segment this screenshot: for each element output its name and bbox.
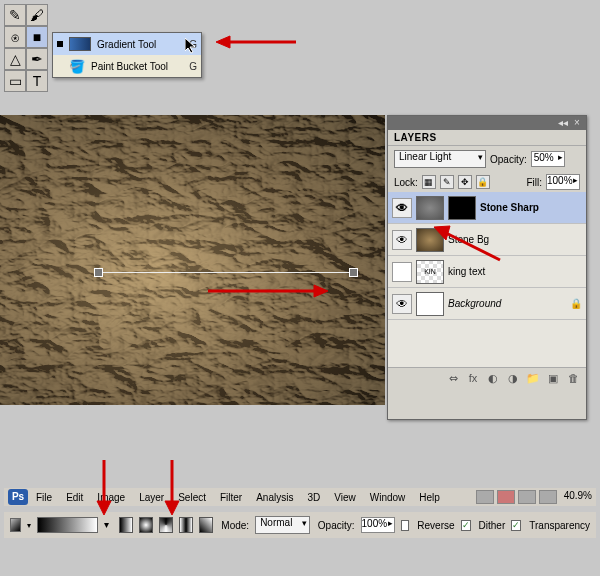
svg-marker-5 (314, 285, 328, 297)
brush-tool[interactable]: 🖌 (26, 4, 48, 26)
gradient-start-handle[interactable] (94, 268, 103, 277)
path-tool[interactable]: △ (4, 48, 26, 70)
lock-icon: 🔒 (570, 298, 582, 309)
menu-view[interactable]: View (328, 490, 362, 505)
svg-marker-9 (97, 501, 111, 515)
annotation-arrow (92, 460, 116, 515)
layer-row-background[interactable]: 👁 Background 🔒 (388, 288, 586, 320)
reflected-gradient-icon[interactable] (179, 517, 193, 533)
svg-marker-2 (216, 36, 230, 48)
layer-list: 👁 Stone Sharp 👁 Stone Bg KIN king text 👁… (388, 192, 586, 367)
visibility-icon[interactable]: 👁 (392, 198, 412, 218)
blend-mode-select[interactable]: Linear Light (394, 150, 486, 168)
bucket-icon: 🪣 (69, 59, 85, 74)
opacity-label: Opacity: (490, 154, 527, 165)
transparency-checkbox[interactable]: ✓ (511, 520, 521, 531)
document-canvas[interactable] (0, 115, 385, 405)
lock-pixels-icon[interactable]: ▦ (422, 175, 436, 189)
link-icon[interactable]: ⇔ (446, 372, 460, 386)
adjustment-icon[interactable]: ◑ (506, 372, 520, 386)
opacity-label: Opacity: (318, 520, 355, 531)
tool-flyout: Gradient Tool G 🪣 Paint Bucket Tool G (52, 32, 202, 78)
collapse-icon[interactable]: ◂◂ (558, 118, 568, 128)
shape-tool[interactable]: ▭ (4, 70, 26, 92)
layer-name: king text (448, 266, 485, 277)
annotation-arrow (430, 222, 510, 262)
screen-mode-icon[interactable] (539, 490, 557, 504)
panel-title: LAYERS (388, 130, 586, 146)
fill-label: Fill: (526, 177, 542, 188)
fx-icon[interactable]: fx (466, 372, 480, 386)
lock-all-icon[interactable]: 🔒 (476, 175, 490, 189)
svg-rect-3 (0, 115, 385, 405)
dither-label: Dither (479, 520, 506, 531)
svg-line-6 (444, 232, 500, 260)
gradient-end-handle[interactable] (349, 268, 358, 277)
panel-tabbar: ◂◂ × (388, 116, 586, 130)
menu-file[interactable]: File (30, 490, 58, 505)
lock-move-icon[interactable]: ✥ (458, 175, 472, 189)
close-icon[interactable]: × (572, 118, 582, 128)
options-bar: ▾ Mode: Normal Opacity: 100% Reverse ✓Di… (4, 512, 596, 538)
layer-thumb[interactable] (416, 292, 444, 316)
new-layer-icon[interactable]: ▣ (546, 372, 560, 386)
menu-help[interactable]: Help (413, 490, 446, 505)
arrange-icon[interactable] (518, 490, 536, 504)
annotation-arrow (216, 32, 296, 52)
gradient-icon (69, 37, 91, 51)
radial-gradient-icon[interactable] (139, 517, 153, 533)
type-tool[interactable]: T (26, 70, 48, 92)
svg-marker-0 (185, 38, 195, 53)
linear-gradient-icon[interactable] (119, 517, 133, 533)
flyout-item-paint-bucket[interactable]: 🪣 Paint Bucket Tool G (53, 55, 201, 77)
mask-icon[interactable]: ◐ (486, 372, 500, 386)
visibility-icon[interactable]: 👁 (392, 230, 412, 250)
menu-analysis[interactable]: Analysis (250, 490, 299, 505)
cursor-icon (185, 38, 201, 54)
opacity-input[interactable]: 100% (361, 517, 395, 533)
layer-thumb[interactable]: KIN (416, 260, 444, 284)
workspace-icon[interactable] (476, 490, 494, 504)
diamond-gradient-icon[interactable] (199, 517, 213, 533)
reverse-checkbox[interactable] (401, 520, 410, 531)
reverse-label: Reverse (417, 520, 454, 531)
menu-window[interactable]: Window (364, 490, 412, 505)
folder-icon[interactable]: 📁 (526, 372, 540, 386)
gradient-preview[interactable] (37, 517, 98, 533)
opacity-input[interactable]: 50% (531, 151, 565, 167)
clone-stamp-tool[interactable]: ⍟ (4, 26, 26, 48)
angle-gradient-icon[interactable] (159, 517, 173, 533)
gradient-drag-line (98, 272, 353, 273)
transparency-label: Transparency (529, 520, 590, 531)
mode-label: Mode: (221, 520, 249, 531)
active-dot (57, 41, 63, 47)
lock-brush-icon[interactable]: ✎ (440, 175, 454, 189)
healing-brush-tool[interactable]: ✎ (4, 4, 26, 26)
menu-3d[interactable]: 3D (301, 490, 326, 505)
menu-filter[interactable]: Filter (214, 490, 248, 505)
texture-overlay (0, 115, 385, 405)
dither-checkbox[interactable]: ✓ (461, 520, 471, 531)
layer-name: Background (448, 298, 501, 309)
visibility-off-icon[interactable] (392, 262, 412, 282)
visibility-icon[interactable]: 👁 (392, 294, 412, 314)
fill-input[interactable]: 100% (546, 174, 580, 190)
gradient-tool[interactable]: ■ (26, 26, 48, 48)
layer-thumb[interactable] (416, 196, 444, 220)
trash-icon[interactable]: 🗑 (566, 372, 580, 386)
spacer (4, 450, 384, 480)
tool-preset-swatch[interactable] (10, 518, 21, 532)
pen-tool[interactable]: ✒ (26, 48, 48, 70)
app-logo[interactable]: Ps (8, 489, 28, 505)
annotation-arrow (160, 460, 184, 515)
mode-select[interactable]: Normal (255, 516, 310, 534)
flyout-label: Gradient Tool (97, 39, 156, 50)
menu-edit[interactable]: Edit (60, 490, 89, 505)
layer-row-stone-sharp[interactable]: 👁 Stone Sharp (388, 192, 586, 224)
lock-label: Lock: (394, 177, 418, 188)
svg-marker-11 (165, 501, 179, 515)
layers-panel: ◂◂ × LAYERS Linear Light Opacity: 50% Lo… (387, 115, 587, 420)
bridge-icon[interactable] (497, 490, 515, 504)
layer-mask-thumb[interactable] (448, 196, 476, 220)
flyout-item-gradient[interactable]: Gradient Tool G (53, 33, 201, 55)
